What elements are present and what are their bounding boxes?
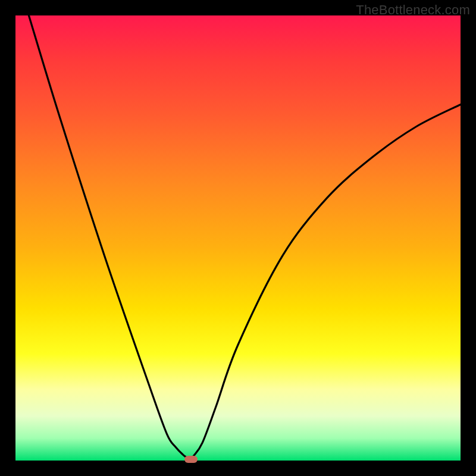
watermark-text: TheBottleneck.com <box>356 2 470 18</box>
plot-area <box>15 15 461 461</box>
curve-svg <box>15 15 461 461</box>
chart-frame: TheBottleneck.com <box>0 0 476 476</box>
bottleneck-curve <box>29 15 461 459</box>
minimum-marker <box>184 456 198 463</box>
